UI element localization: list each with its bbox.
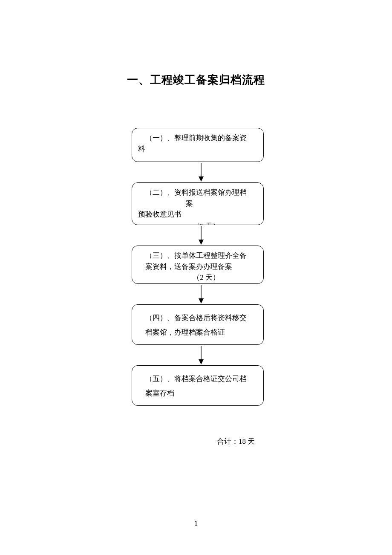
total-duration: 合计：18 天 <box>217 436 255 446</box>
flow-step-5: （五）、将档案合格证交公司档 案室存档 <box>132 365 264 406</box>
flow-step-3: （三）、按单体工程整理齐全备 案资料，送备案办办理备案 （2 天） <box>132 246 264 284</box>
svg-marker-1 <box>199 176 204 182</box>
arrow-icon <box>138 345 264 365</box>
step2-line1: （二）、资料报送档案馆办理档 <box>138 187 257 198</box>
step2-line2: 预验收意见书 <box>138 209 257 220</box>
step1-line1: （一）、整理前期收集的备案资 <box>138 133 257 144</box>
page-number: 1 <box>0 519 392 528</box>
flow-step-1: （一）、整理前期收集的备案资 料 <box>132 128 264 162</box>
step4-line2: 档案馆，办理档案合格证 <box>138 325 257 340</box>
flow-step-2: （二）、资料报送档案馆办理档 案 预验收意见书 （7 天） <box>132 182 264 225</box>
svg-marker-3 <box>199 240 204 245</box>
arrow-icon <box>138 284 264 304</box>
flow-step-4: （四）、备案合格后将资料移交 档案馆，办理档案合格证 <box>132 304 264 345</box>
arrow-icon <box>138 162 264 182</box>
step3-duration: （2 天） <box>138 272 257 283</box>
step5-line1: （五）、将档案合格证交公司档 <box>138 372 257 386</box>
flowchart: （一）、整理前期收集的备案资 料 （二）、资料报送档案馆办理档 案 预验收意见书… <box>132 128 264 406</box>
step3-line2: 案资料，送备案办办理备案 <box>138 261 257 272</box>
step1-line2: 料 <box>138 144 257 155</box>
svg-marker-5 <box>199 298 204 304</box>
step2-line1b: 案 <box>138 198 257 209</box>
step2-duration: （7 天） <box>138 221 257 225</box>
step3-line1: （三）、按单体工程整理齐全备 <box>138 250 257 261</box>
step5-line2: 案室存档 <box>138 386 257 401</box>
arrow-icon <box>138 225 264 246</box>
step4-line1: （四）、备案合格后将资料移交 <box>138 311 257 325</box>
page-title: 一、工程竣工备案归档流程 <box>0 72 392 87</box>
svg-marker-7 <box>199 359 204 364</box>
